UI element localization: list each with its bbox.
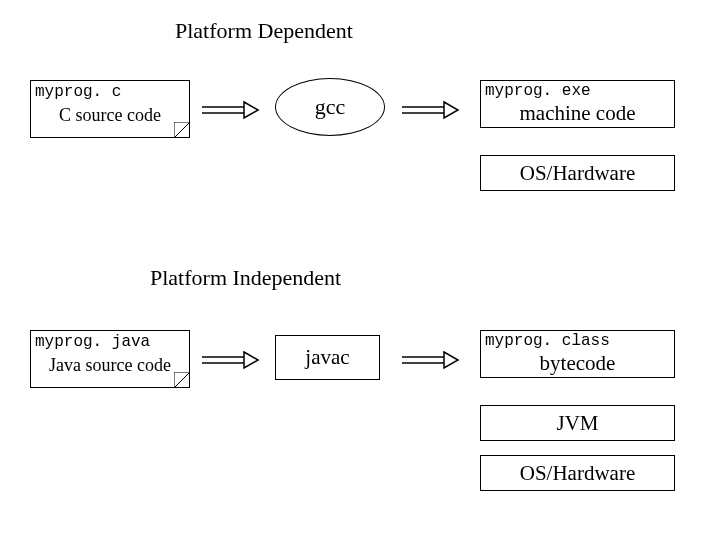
class-description: bytecode bbox=[481, 351, 674, 376]
javac-box: javac bbox=[275, 335, 380, 380]
svg-marker-4 bbox=[244, 102, 258, 118]
page-fold-icon bbox=[174, 122, 190, 138]
arrow-icon bbox=[400, 350, 460, 370]
os-hardware-box-c: OS/Hardware bbox=[480, 155, 675, 191]
heading-platform-independent: Platform Independent bbox=[150, 265, 341, 291]
os-hardware-label: OS/Hardware bbox=[520, 461, 635, 486]
heading-platform-dependent: Platform Dependent bbox=[175, 18, 353, 44]
exe-output-box: myprog. exe machine code bbox=[480, 80, 675, 128]
java-source-filename: myprog. java bbox=[31, 331, 189, 353]
class-output-box: myprog. class bytecode bbox=[480, 330, 675, 378]
arrow-icon bbox=[200, 350, 260, 370]
class-filename: myprog. class bbox=[481, 331, 674, 351]
page-fold-icon bbox=[174, 372, 190, 388]
jvm-label: JVM bbox=[556, 411, 598, 436]
svg-marker-0 bbox=[174, 122, 190, 138]
c-source-box: myprog. c C source code bbox=[30, 80, 190, 138]
os-hardware-label: OS/Hardware bbox=[520, 161, 635, 186]
gcc-label: gcc bbox=[315, 94, 346, 120]
arrow-icon bbox=[400, 100, 460, 120]
c-source-filetype: C source code bbox=[31, 105, 189, 126]
java-source-filetype: Java source code bbox=[31, 355, 189, 376]
svg-marker-8 bbox=[174, 372, 190, 388]
svg-marker-7 bbox=[444, 102, 458, 118]
java-source-box: myprog. java Java source code bbox=[30, 330, 190, 388]
javac-label: javac bbox=[305, 345, 349, 370]
svg-line-1 bbox=[174, 122, 190, 138]
os-hardware-box-java: OS/Hardware bbox=[480, 455, 675, 491]
exe-description: machine code bbox=[481, 101, 674, 126]
exe-filename: myprog. exe bbox=[481, 81, 674, 101]
svg-marker-11 bbox=[244, 352, 258, 368]
c-source-filename: myprog. c bbox=[31, 81, 189, 103]
jvm-box: JVM bbox=[480, 405, 675, 441]
gcc-ellipse: gcc bbox=[275, 78, 385, 136]
arrow-icon bbox=[200, 100, 260, 120]
svg-marker-14 bbox=[444, 352, 458, 368]
